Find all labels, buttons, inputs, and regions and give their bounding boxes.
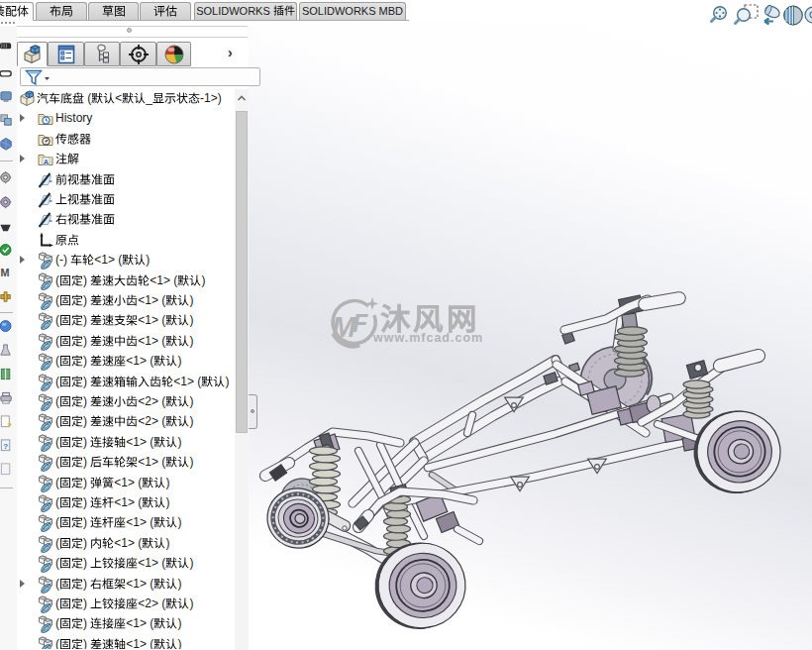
svg-text:?: ?: [3, 442, 8, 451]
svg-text:M: M: [0, 267, 9, 278]
svg-text:A: A: [44, 158, 50, 166]
